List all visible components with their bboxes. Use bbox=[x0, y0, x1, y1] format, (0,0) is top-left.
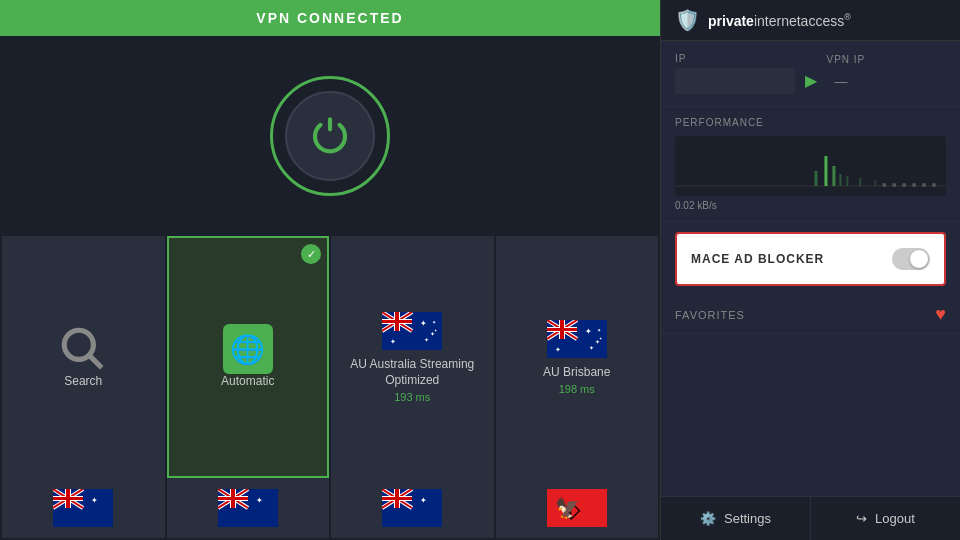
power-button-inner bbox=[285, 91, 375, 181]
bottom-buttons: ⚙️ Settings ↪ Logout bbox=[661, 496, 960, 540]
vpn-status-banner: VPN CONNECTED bbox=[0, 0, 660, 36]
ip-arrow-icon: ▶ bbox=[805, 71, 817, 90]
active-checkmark: ✓ bbox=[301, 244, 321, 264]
svg-point-80 bbox=[932, 183, 936, 187]
svg-text:✦: ✦ bbox=[597, 327, 601, 333]
svg-text:✦: ✦ bbox=[256, 496, 263, 505]
settings-icon: ⚙️ bbox=[700, 511, 716, 526]
search-label: Search bbox=[64, 374, 102, 390]
mace-toggle[interactable] bbox=[892, 248, 930, 270]
settings-label: Settings bbox=[724, 511, 771, 526]
svg-rect-72 bbox=[846, 176, 848, 186]
au-brisbane-name: AU Brisbane bbox=[543, 365, 610, 381]
favorites-heart-icon[interactable]: ♥ bbox=[935, 304, 946, 325]
vpn-ip-label: VPN IP bbox=[827, 54, 947, 65]
bottom-tile-3[interactable]: ✦ bbox=[331, 478, 494, 538]
svg-point-75 bbox=[882, 183, 886, 187]
settings-button[interactable]: ⚙️ Settings bbox=[661, 496, 810, 540]
power-icon bbox=[310, 116, 350, 156]
svg-point-76 bbox=[892, 183, 896, 187]
power-section bbox=[0, 36, 660, 236]
svg-text:✦: ✦ bbox=[432, 319, 436, 325]
svg-rect-62 bbox=[382, 497, 412, 500]
bottom-tile-1[interactable]: ✦ bbox=[2, 478, 165, 538]
svg-text:✦: ✦ bbox=[390, 338, 396, 345]
svg-text:✦: ✦ bbox=[424, 337, 429, 343]
performance-section: PERFORMANCE 0.02 kB bbox=[661, 107, 960, 222]
vpn-ip-value: — bbox=[827, 69, 947, 94]
bottom-tile-4[interactable]: ⬖ 🦅 bbox=[496, 478, 659, 538]
left-panel: VPN CONNECTED Search ✓ 🌐 Automati bbox=[0, 0, 660, 540]
globe-icon: 🌐 bbox=[223, 324, 273, 374]
pia-logo-reg: ® bbox=[844, 12, 851, 22]
pia-logo-light: internetaccess bbox=[754, 12, 844, 28]
pia-logo-bold: private bbox=[708, 12, 754, 28]
svg-text:✦: ✦ bbox=[91, 496, 98, 505]
performance-graph bbox=[675, 136, 946, 196]
svg-text:✦: ✦ bbox=[585, 327, 592, 336]
au-brisbane-latency: 198 ms bbox=[559, 383, 595, 395]
ip-value bbox=[675, 68, 795, 94]
svg-point-77 bbox=[902, 183, 906, 187]
ip-section: IP ▶ VPN IP — bbox=[661, 41, 960, 107]
vpn-status-text: VPN CONNECTED bbox=[256, 10, 403, 26]
svg-text:✦: ✦ bbox=[420, 319, 427, 328]
svg-line-1 bbox=[91, 356, 102, 367]
pia-logo-text: privateinternetaccess® bbox=[708, 12, 851, 29]
au-streaming-latency: 193 ms bbox=[394, 391, 430, 403]
au-streaming-flag: ✦ ✦ ✦ ✦ ✦ ✦ bbox=[382, 311, 442, 351]
power-button[interactable] bbox=[270, 76, 390, 196]
bottom-tile-2[interactable]: ✦ bbox=[167, 478, 330, 538]
mace-label: MACE AD BLOCKER bbox=[691, 252, 824, 266]
performance-chart bbox=[675, 136, 946, 196]
mace-section: MACE AD BLOCKER bbox=[675, 232, 946, 286]
bottom-flag-2-icon: ✦ bbox=[218, 489, 278, 527]
search-tile[interactable]: Search bbox=[2, 236, 165, 478]
search-icon bbox=[58, 324, 108, 374]
svg-rect-73 bbox=[859, 178, 861, 186]
au-brisbane-tile[interactable]: ✦ ✦ ✦ ✦ ✦ ✦ AU Brisbane 198 ms bbox=[496, 236, 659, 478]
svg-rect-74 bbox=[874, 180, 876, 186]
au-streaming-tile[interactable]: ✦ ✦ ✦ ✦ ✦ ✦ AU Australia Streaming Optim… bbox=[331, 236, 494, 478]
server-grid: Search ✓ 🌐 Automatic bbox=[0, 236, 660, 478]
svg-rect-69 bbox=[824, 156, 827, 186]
bottom-flag-3-icon: ✦ bbox=[382, 489, 442, 527]
favorites-label: FAVORITES bbox=[675, 309, 745, 321]
logout-label: Logout bbox=[875, 511, 915, 526]
favorites-section: FAVORITES ♥ bbox=[661, 296, 960, 334]
svg-text:✦: ✦ bbox=[555, 346, 561, 353]
svg-rect-52 bbox=[218, 497, 248, 500]
automatic-label: Automatic bbox=[221, 374, 274, 390]
performance-label: PERFORMANCE bbox=[675, 117, 946, 128]
right-panel: 🛡️ privateinternetaccess® IP ▶ VPN IP — … bbox=[660, 0, 960, 540]
svg-rect-27 bbox=[547, 328, 577, 331]
vpn-ip-block: VPN IP — bbox=[827, 54, 947, 94]
bottom-server-row: ✦ ✦ bbox=[0, 478, 660, 540]
logout-icon: ↪ bbox=[856, 511, 867, 526]
australia-flag-icon: ✦ ✦ ✦ ✦ ✦ ✦ bbox=[382, 312, 442, 350]
albania-flag-icon: ⬖ 🦅 bbox=[547, 489, 607, 527]
ip-label: IP bbox=[675, 53, 795, 64]
automatic-tile[interactable]: ✓ 🌐 Automatic bbox=[167, 236, 330, 478]
svg-text:✦: ✦ bbox=[589, 345, 594, 351]
logout-button[interactable]: ↪ Logout bbox=[810, 496, 960, 540]
svg-text:✦: ✦ bbox=[420, 496, 427, 505]
ip-block: IP bbox=[675, 53, 795, 94]
svg-point-78 bbox=[912, 183, 916, 187]
pia-header: 🛡️ privateinternetaccess® bbox=[661, 0, 960, 41]
svg-point-79 bbox=[922, 183, 926, 187]
bottom-flag-1-icon: ✦ bbox=[53, 489, 113, 527]
performance-speed: 0.02 kB/s bbox=[675, 200, 946, 211]
australia-flag-brisbane-icon: ✦ ✦ ✦ ✦ ✦ ✦ bbox=[547, 320, 607, 358]
svg-point-0 bbox=[65, 330, 94, 359]
au-brisbane-flag: ✦ ✦ ✦ ✦ ✦ ✦ bbox=[547, 319, 607, 359]
svg-text:🦅: 🦅 bbox=[555, 496, 580, 520]
svg-rect-11 bbox=[382, 320, 412, 323]
au-streaming-name: AU Australia Streaming Optimized bbox=[339, 357, 486, 388]
svg-rect-42 bbox=[53, 497, 83, 500]
pia-logo-icon: 🛡️ bbox=[675, 8, 700, 32]
svg-rect-68 bbox=[814, 171, 817, 186]
svg-rect-71 bbox=[839, 174, 841, 186]
svg-rect-70 bbox=[832, 166, 835, 186]
